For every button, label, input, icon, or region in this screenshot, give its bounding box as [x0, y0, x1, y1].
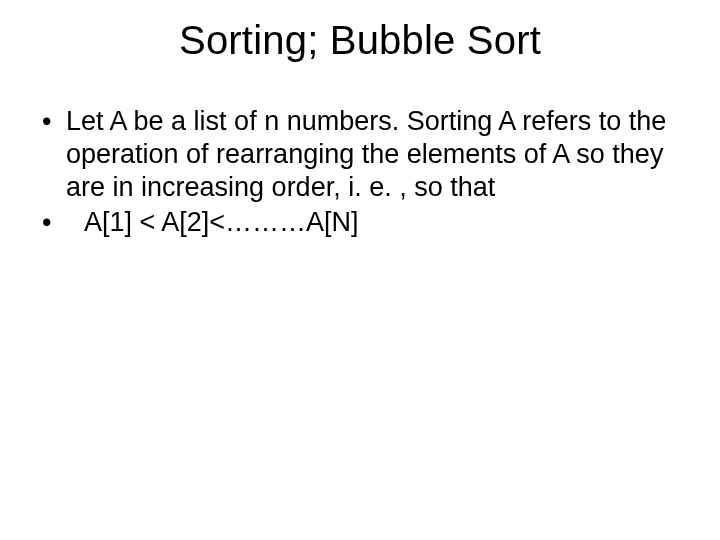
bullet-text: A[1] < A[2]<………A[N] [84, 207, 359, 237]
slide-title: Sorting; Bubble Sort [36, 18, 684, 63]
bullet-list: Let A be a list of n numbers. Sorting A … [36, 105, 684, 239]
bullet-text: Let A be a list of n numbers. Sorting A … [66, 106, 666, 202]
slide: Sorting; Bubble Sort Let A be a list of … [0, 0, 720, 540]
slide-body: Let A be a list of n numbers. Sorting A … [36, 105, 684, 239]
bullet-item: A[1] < A[2]<………A[N] [36, 206, 684, 239]
bullet-item: Let A be a list of n numbers. Sorting A … [36, 105, 684, 204]
